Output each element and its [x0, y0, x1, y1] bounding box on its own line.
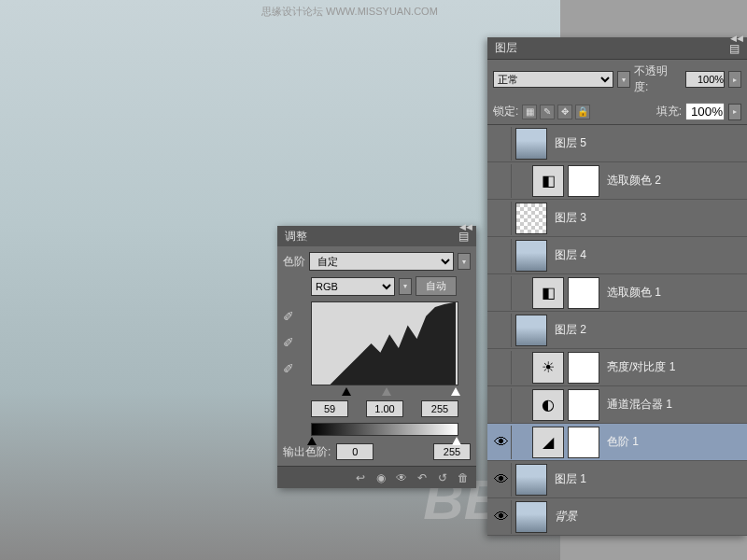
- levels-type-label: 色阶: [283, 254, 305, 270]
- layer-mask-thumbnail[interactable]: [568, 277, 599, 309]
- output-gradient: [311, 423, 458, 436]
- layer-row[interactable]: 图层 5: [487, 125, 747, 162]
- layer-thumbnail[interactable]: ◧: [532, 277, 564, 309]
- panel-collapse-icon[interactable]: ◀◀: [730, 34, 743, 43]
- layer-thumbnail[interactable]: ☀: [532, 352, 564, 384]
- preset-dropdown-icon[interactable]: ▾: [458, 253, 471, 270]
- layer-name-label[interactable]: 选取颜色 2: [607, 173, 661, 189]
- eyedropper-gray-icon[interactable]: ✐: [283, 335, 300, 352]
- layer-name-label[interactable]: 图层 1: [555, 471, 586, 487]
- layer-row[interactable]: 图层 4: [487, 237, 747, 274]
- white-point-handle[interactable]: [451, 387, 460, 396]
- gamma-handle[interactable]: [382, 387, 391, 396]
- blend-mode-row: 正常 ▾ 不透明度: ▸: [487, 60, 747, 99]
- output-black-field[interactable]: [336, 443, 374, 460]
- eye-icon: 👁: [494, 471, 509, 488]
- visibility-toggle[interactable]: 👁: [491, 500, 512, 534]
- fill-input[interactable]: [685, 103, 725, 120]
- visibility-toggle[interactable]: [491, 164, 512, 198]
- blend-dropdown-icon[interactable]: ▾: [617, 71, 630, 88]
- layer-row[interactable]: 👁◢色阶 1: [487, 424, 747, 461]
- visibility-toggle[interactable]: [491, 127, 512, 161]
- visibility-icon[interactable]: 👁: [394, 470, 409, 485]
- layer-mask-thumbnail[interactable]: [568, 352, 599, 384]
- layer-list: 图层 5◧选取颜色 2图层 3图层 4◧选取颜色 1图层 2☀亮度/对比度 1◐…: [487, 125, 747, 536]
- layer-name-label[interactable]: 图层 3: [555, 210, 586, 226]
- blend-mode-select[interactable]: 正常: [493, 71, 613, 88]
- reset-icon[interactable]: ↺: [435, 470, 450, 485]
- lock-label: 锁定:: [493, 104, 518, 119]
- input-gamma-field[interactable]: [366, 400, 403, 417]
- input-black-field[interactable]: [311, 400, 348, 417]
- channel-select[interactable]: RGB: [311, 277, 395, 296]
- preset-select[interactable]: 自定: [309, 252, 454, 271]
- lock-transparent-icon[interactable]: ▦: [522, 105, 537, 119]
- channel-dropdown-icon[interactable]: ▾: [399, 278, 412, 295]
- visibility-toggle[interactable]: 👁: [491, 426, 512, 459]
- layer-thumbnail[interactable]: [515, 240, 547, 272]
- layer-mask-thumbnail[interactable]: [568, 427, 599, 458]
- layer-name-label[interactable]: 选取颜色 1: [607, 285, 661, 301]
- layer-thumbnail[interactable]: [515, 315, 547, 346]
- output-black-handle[interactable]: [307, 437, 317, 445]
- layer-thumbnail[interactable]: [515, 128, 547, 160]
- lock-row: 锁定: ▦ ✎ ✥ 🔒 填充: ▸: [487, 99, 747, 125]
- output-white-field[interactable]: [433, 443, 471, 460]
- visibility-toggle[interactable]: [491, 388, 512, 422]
- layer-row[interactable]: ◐通道混合器 1: [487, 386, 747, 424]
- layer-mask-thumbnail[interactable]: [568, 389, 599, 421]
- adj-collapse-icon[interactable]: ◀◀: [459, 222, 472, 231]
- layer-thumbnail[interactable]: ◢: [532, 427, 564, 458]
- auto-button[interactable]: 自动: [416, 276, 457, 296]
- visibility-toggle[interactable]: [491, 351, 512, 385]
- visibility-toggle[interactable]: [491, 314, 512, 347]
- layer-name-label[interactable]: 色阶 1: [607, 434, 639, 450]
- layer-row[interactable]: 图层 2: [487, 312, 747, 349]
- lock-pixels-icon[interactable]: ✎: [540, 105, 555, 119]
- output-label: 输出色阶:: [283, 444, 331, 460]
- return-icon[interactable]: ↩: [353, 470, 368, 485]
- input-slider[interactable]: [311, 387, 458, 397]
- lock-all-icon[interactable]: 🔒: [575, 105, 590, 119]
- prev-icon[interactable]: ↶: [415, 470, 430, 485]
- layer-row[interactable]: 图层 3: [487, 200, 747, 237]
- layer-thumbnail[interactable]: ◐: [532, 389, 564, 421]
- layer-thumbnail[interactable]: [515, 464, 547, 496]
- eyedropper-black-icon[interactable]: ✐: [283, 309, 300, 326]
- visibility-toggle[interactable]: [491, 239, 512, 273]
- panel-menu-icon[interactable]: ▤: [729, 42, 740, 55]
- layer-name-label[interactable]: 图层 5: [555, 135, 586, 151]
- layer-name-label[interactable]: 背景: [555, 509, 577, 525]
- layer-name-label[interactable]: 图层 4: [555, 247, 586, 263]
- fill-arrow-icon[interactable]: ▸: [728, 104, 741, 120]
- output-white-handle[interactable]: [452, 437, 461, 445]
- layer-row[interactable]: 👁背景: [487, 498, 747, 536]
- layer-name-label[interactable]: 通道混合器 1: [607, 397, 672, 413]
- visibility-toggle[interactable]: [491, 276, 512, 310]
- adjustments-titlebar[interactable]: 调整 ▤: [277, 226, 476, 246]
- layer-row[interactable]: 👁图层 1: [487, 461, 747, 498]
- eyedropper-white-icon[interactable]: ✐: [283, 361, 300, 378]
- layer-row[interactable]: ◧选取颜色 1: [487, 274, 747, 312]
- clip-icon[interactable]: ◉: [374, 470, 388, 485]
- layer-row[interactable]: ☀亮度/对比度 1: [487, 349, 747, 386]
- opacity-arrow-icon[interactable]: ▸: [728, 71, 741, 88]
- layer-thumbnail[interactable]: [515, 501, 547, 533]
- layer-thumbnail[interactable]: [515, 203, 547, 234]
- black-point-handle[interactable]: [342, 387, 351, 396]
- lock-position-icon[interactable]: ✥: [557, 105, 572, 119]
- layer-mask-thumbnail[interactable]: [568, 165, 599, 197]
- watermark-top: 思缘设计论坛 WWW.MISSYUAN.COM: [261, 5, 438, 19]
- layer-thumbnail[interactable]: ◧: [532, 165, 564, 197]
- adj-panel-footer: ↩ ◉ 👁 ↶ ↺ 🗑: [277, 466, 476, 488]
- layer-name-label[interactable]: 图层 2: [555, 322, 586, 338]
- layer-name-label[interactable]: 亮度/对比度 1: [607, 359, 675, 375]
- opacity-input[interactable]: [685, 71, 725, 88]
- trash-icon[interactable]: 🗑: [456, 470, 471, 485]
- adj-menu-icon[interactable]: ▤: [458, 230, 469, 243]
- visibility-toggle[interactable]: [491, 202, 512, 235]
- input-white-field[interactable]: [421, 400, 458, 417]
- layers-panel-titlebar[interactable]: 图层 ▤: [487, 37, 747, 60]
- layer-row[interactable]: ◧选取颜色 2: [487, 162, 747, 200]
- visibility-toggle[interactable]: 👁: [491, 463, 512, 497]
